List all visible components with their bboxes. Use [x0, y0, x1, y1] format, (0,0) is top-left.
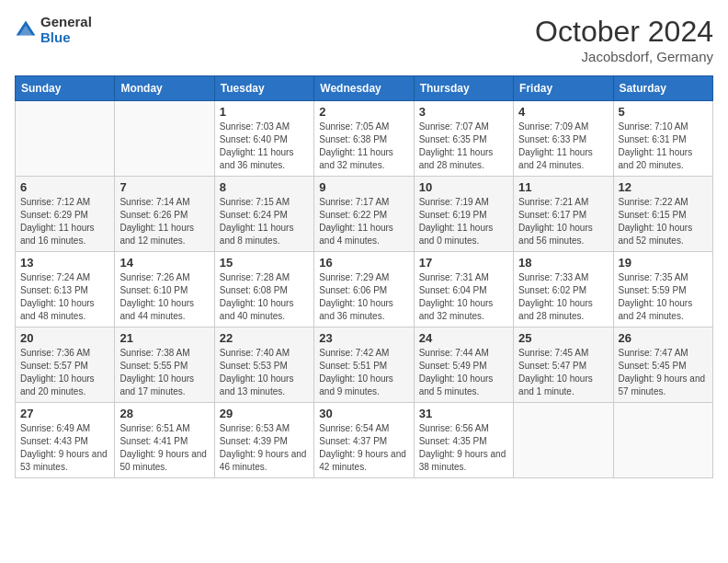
day-number: 24	[419, 331, 508, 345]
calendar-cell: 28Sunrise: 6:51 AM Sunset: 4:41 PM Dayli…	[115, 403, 214, 478]
day-number: 4	[518, 105, 608, 119]
calendar-title: October 2024	[535, 15, 713, 49]
day-number: 9	[319, 180, 408, 194]
calendar-cell: 2Sunrise: 7:05 AM Sunset: 6:38 PM Daylig…	[314, 101, 414, 177]
calendar-cell: 15Sunrise: 7:28 AM Sunset: 6:08 PM Dayli…	[214, 252, 313, 327]
day-info: Sunrise: 7:22 AM Sunset: 6:15 PM Dayligh…	[619, 196, 708, 247]
day-number: 7	[119, 180, 209, 194]
day-info: Sunrise: 6:56 AM Sunset: 4:35 PM Dayligh…	[419, 422, 508, 474]
day-number: 22	[220, 331, 309, 345]
day-number: 8	[220, 180, 309, 194]
header-day-wednesday: Wednesday	[314, 76, 414, 101]
day-info: Sunrise: 7:28 AM Sunset: 6:08 PM Dayligh…	[220, 271, 309, 323]
calendar-cell: 22Sunrise: 7:40 AM Sunset: 5:53 PM Dayli…	[214, 327, 313, 403]
day-number: 21	[119, 331, 209, 345]
calendar-cell: 21Sunrise: 7:38 AM Sunset: 5:55 PM Dayli…	[115, 327, 214, 403]
day-info: Sunrise: 7:19 AM Sunset: 6:19 PM Dayligh…	[419, 196, 508, 247]
day-info: Sunrise: 7:47 AM Sunset: 5:45 PM Dayligh…	[619, 347, 708, 398]
calendar-cell: 23Sunrise: 7:42 AM Sunset: 5:51 PM Dayli…	[314, 327, 414, 403]
day-number: 15	[220, 256, 309, 270]
day-number: 30	[319, 407, 408, 420]
calendar-cell: 3Sunrise: 7:07 AM Sunset: 6:35 PM Daylig…	[414, 101, 513, 177]
day-info: Sunrise: 7:09 AM Sunset: 6:33 PM Dayligh…	[518, 121, 608, 172]
day-info: Sunrise: 7:17 AM Sunset: 6:22 PM Dayligh…	[319, 196, 408, 247]
day-info: Sunrise: 7:14 AM Sunset: 6:26 PM Dayligh…	[119, 196, 209, 247]
day-info: Sunrise: 7:29 AM Sunset: 6:06 PM Dayligh…	[319, 271, 408, 323]
day-number: 11	[518, 180, 608, 194]
day-number: 14	[119, 256, 209, 270]
calendar-cell: 4Sunrise: 7:09 AM Sunset: 6:33 PM Daylig…	[514, 101, 613, 177]
day-info: Sunrise: 7:03 AM Sunset: 6:40 PM Dayligh…	[220, 121, 309, 172]
day-info: Sunrise: 7:31 AM Sunset: 6:04 PM Dayligh…	[419, 271, 508, 323]
header-day-friday: Friday	[514, 76, 613, 101]
day-number: 20	[20, 331, 109, 345]
day-number: 16	[319, 256, 408, 270]
day-number: 12	[619, 180, 708, 194]
day-info: Sunrise: 7:24 AM Sunset: 6:13 PM Dayligh…	[20, 271, 109, 323]
day-number: 31	[419, 407, 508, 420]
header-row: SundayMondayTuesdayWednesdayThursdayFrid…	[16, 76, 713, 101]
header-day-monday: Monday	[115, 76, 214, 101]
calendar-table: SundayMondayTuesdayWednesdayThursdayFrid…	[15, 75, 713, 478]
logo-blue: Blue	[40, 30, 92, 46]
day-number: 29	[220, 407, 309, 420]
logo: General Blue	[15, 15, 92, 45]
day-info: Sunrise: 6:49 AM Sunset: 4:43 PM Dayligh…	[20, 422, 109, 474]
day-info: Sunrise: 7:07 AM Sunset: 6:35 PM Dayligh…	[419, 121, 508, 172]
logo-icon	[15, 19, 37, 41]
logo-text: General Blue	[40, 15, 92, 45]
day-number: 28	[119, 407, 209, 420]
day-number: 6	[20, 180, 109, 194]
calendar-cell: 16Sunrise: 7:29 AM Sunset: 6:06 PM Dayli…	[314, 252, 414, 327]
day-info: Sunrise: 7:40 AM Sunset: 5:53 PM Dayligh…	[220, 347, 309, 398]
calendar-cell: 24Sunrise: 7:44 AM Sunset: 5:49 PM Dayli…	[414, 327, 513, 403]
week-row-4: 20Sunrise: 7:36 AM Sunset: 5:57 PM Dayli…	[16, 327, 713, 403]
calendar-cell	[115, 101, 214, 177]
day-number: 25	[518, 331, 608, 345]
header-day-sunday: Sunday	[16, 76, 115, 101]
day-number: 13	[20, 256, 109, 270]
day-info: Sunrise: 7:35 AM Sunset: 5:59 PM Dayligh…	[619, 271, 708, 323]
title-block: October 2024 Jacobsdorf, Germany	[535, 15, 713, 64]
calendar-cell: 25Sunrise: 7:45 AM Sunset: 5:47 PM Dayli…	[514, 327, 613, 403]
calendar-cell: 19Sunrise: 7:35 AM Sunset: 5:59 PM Dayli…	[613, 252, 712, 327]
day-info: Sunrise: 6:53 AM Sunset: 4:39 PM Dayligh…	[220, 422, 309, 474]
logo-general: General	[40, 15, 92, 30]
day-number: 23	[319, 331, 408, 345]
day-info: Sunrise: 7:38 AM Sunset: 5:55 PM Dayligh…	[119, 347, 209, 398]
day-info: Sunrise: 7:12 AM Sunset: 6:29 PM Dayligh…	[20, 196, 109, 247]
day-info: Sunrise: 7:21 AM Sunset: 6:17 PM Dayligh…	[518, 196, 608, 247]
calendar-cell: 26Sunrise: 7:47 AM Sunset: 5:45 PM Dayli…	[613, 327, 712, 403]
week-row-1: 1Sunrise: 7:03 AM Sunset: 6:40 PM Daylig…	[16, 101, 713, 177]
day-info: Sunrise: 7:44 AM Sunset: 5:49 PM Dayligh…	[419, 347, 508, 398]
day-info: Sunrise: 7:36 AM Sunset: 5:57 PM Dayligh…	[20, 347, 109, 398]
day-number: 2	[319, 105, 408, 119]
calendar-cell	[16, 101, 115, 177]
day-info: Sunrise: 7:10 AM Sunset: 6:31 PM Dayligh…	[619, 121, 708, 172]
week-row-5: 27Sunrise: 6:49 AM Sunset: 4:43 PM Dayli…	[16, 403, 713, 478]
day-info: Sunrise: 7:15 AM Sunset: 6:24 PM Dayligh…	[220, 196, 309, 247]
calendar-header: SundayMondayTuesdayWednesdayThursdayFrid…	[16, 76, 713, 101]
calendar-cell: 31Sunrise: 6:56 AM Sunset: 4:35 PM Dayli…	[414, 403, 513, 478]
day-number: 19	[619, 256, 708, 270]
day-info: Sunrise: 7:05 AM Sunset: 6:38 PM Dayligh…	[319, 121, 408, 172]
header-day-tuesday: Tuesday	[214, 76, 313, 101]
calendar-cell: 9Sunrise: 7:17 AM Sunset: 6:22 PM Daylig…	[314, 177, 414, 252]
calendar-cell: 17Sunrise: 7:31 AM Sunset: 6:04 PM Dayli…	[414, 252, 513, 327]
calendar-cell: 30Sunrise: 6:54 AM Sunset: 4:37 PM Dayli…	[314, 403, 414, 478]
day-number: 18	[518, 256, 608, 270]
calendar-cell	[514, 403, 613, 478]
day-info: Sunrise: 7:45 AM Sunset: 5:47 PM Dayligh…	[518, 347, 608, 398]
calendar-cell: 27Sunrise: 6:49 AM Sunset: 4:43 PM Dayli…	[16, 403, 115, 478]
calendar-cell: 10Sunrise: 7:19 AM Sunset: 6:19 PM Dayli…	[414, 177, 513, 252]
calendar-cell: 8Sunrise: 7:15 AM Sunset: 6:24 PM Daylig…	[214, 177, 313, 252]
calendar-cell: 29Sunrise: 6:53 AM Sunset: 4:39 PM Dayli…	[214, 403, 313, 478]
calendar-cell: 5Sunrise: 7:10 AM Sunset: 6:31 PM Daylig…	[613, 101, 712, 177]
calendar-cell	[613, 403, 712, 478]
calendar-cell: 13Sunrise: 7:24 AM Sunset: 6:13 PM Dayli…	[16, 252, 115, 327]
day-info: Sunrise: 6:54 AM Sunset: 4:37 PM Dayligh…	[319, 422, 408, 474]
calendar-subtitle: Jacobsdorf, Germany	[535, 49, 713, 64]
week-row-3: 13Sunrise: 7:24 AM Sunset: 6:13 PM Dayli…	[16, 252, 713, 327]
calendar-cell: 20Sunrise: 7:36 AM Sunset: 5:57 PM Dayli…	[16, 327, 115, 403]
header-day-thursday: Thursday	[414, 76, 513, 101]
